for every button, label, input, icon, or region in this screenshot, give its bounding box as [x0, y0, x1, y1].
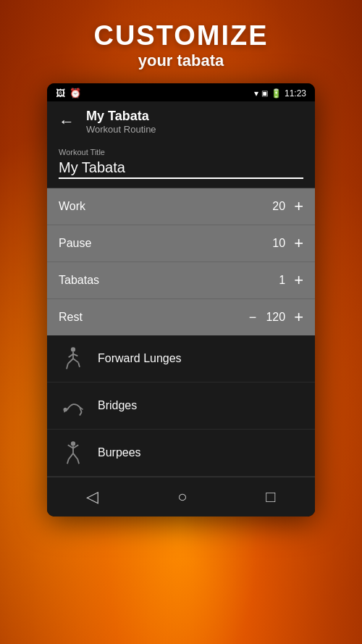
svg-line-6: [73, 359, 78, 362]
svg-line-7: [78, 362, 80, 367]
svg-line-18: [67, 459, 69, 464]
setting-row-tabatas: Tabatas 1 +: [47, 262, 315, 299]
phone-mockup: 🖼 ⏰ ▾ ▣ 🔋 11:23 ← My Tabata Workout Rout…: [47, 83, 315, 517]
app-bar-text: My Tabata Workout Routine: [86, 109, 156, 135]
exercise-row-burpees[interactable]: Burpees: [47, 430, 315, 477]
setting-value-work: 20: [265, 200, 285, 213]
signal-icon: ▣: [261, 89, 268, 97]
burpees-icon: [59, 438, 88, 467]
nav-home-button[interactable]: ○: [163, 485, 201, 509]
svg-line-19: [73, 453, 77, 459]
setting-control-work: 20 +: [265, 198, 303, 214]
lunges-icon: [59, 344, 88, 373]
settings-section: Work 20 + Pause 10 + Tabatas 1 + Rest: [47, 188, 315, 335]
setting-control-pause: 10 +: [265, 235, 303, 251]
app-bar: ← My Tabata Workout Routine: [47, 101, 315, 142]
setting-label-tabatas: Tabatas: [59, 274, 99, 287]
setting-control-rest: − 120 +: [249, 309, 303, 325]
increment-work-button[interactable]: +: [294, 198, 303, 214]
setting-control-tabatas: 1 +: [265, 272, 303, 288]
exercise-row-bridges[interactable]: Bridges: [47, 382, 315, 430]
nav-recents-button[interactable]: □: [251, 485, 290, 509]
setting-value-rest: 120: [265, 311, 285, 324]
decrement-rest-button[interactable]: −: [249, 311, 257, 324]
exercise-name-burpees: Burpees: [98, 446, 141, 459]
increment-pause-button[interactable]: +: [294, 235, 303, 251]
svg-point-0: [71, 347, 75, 351]
svg-point-13: [71, 441, 75, 446]
svg-line-17: [69, 453, 73, 459]
photo-icon: 🖼: [56, 88, 65, 99]
bridges-icon: [59, 391, 88, 420]
exercise-name-bridges: Bridges: [98, 399, 137, 412]
svg-line-5: [67, 364, 68, 369]
app-bar-subtitle: Workout Routine: [86, 124, 156, 135]
battery-icon: 🔋: [271, 88, 282, 99]
status-right: ▾ ▣ 🔋 11:23: [254, 88, 306, 99]
setting-label-work: Work: [59, 200, 85, 213]
status-bar: 🖼 ⏰ ▾ ▣ 🔋 11:23: [47, 83, 315, 101]
svg-line-2: [69, 354, 73, 358]
setting-row-pause: Pause 10 +: [47, 225, 315, 262]
exercise-name-lunges: Forward Lunges: [98, 352, 182, 365]
increment-rest-button[interactable]: +: [294, 309, 303, 325]
workout-title-section: Workout Title: [47, 142, 315, 188]
svg-line-3: [73, 354, 77, 356]
back-button[interactable]: ←: [59, 112, 75, 131]
setting-value-pause: 10: [265, 237, 285, 250]
setting-row-work: Work 20 +: [47, 188, 315, 225]
app-bar-title: My Tabata: [86, 109, 156, 124]
nav-back-button[interactable]: ◁: [72, 485, 113, 509]
exercise-row-lunges[interactable]: Forward Lunges: [47, 335, 315, 382]
setting-value-tabatas: 1: [265, 274, 285, 287]
setting-label-rest: Rest: [59, 311, 83, 324]
exercise-section: Forward Lunges: [47, 335, 315, 477]
time-display: 11:23: [285, 88, 306, 99]
increment-tabatas-button[interactable]: +: [294, 272, 303, 288]
svg-line-12: [80, 412, 82, 416]
status-left-icons: 🖼 ⏰: [56, 88, 81, 99]
hero-subtitle: your tabata: [0, 51, 362, 70]
setting-label-pause: Pause: [59, 237, 91, 250]
svg-line-4: [68, 359, 73, 364]
setting-row-rest: Rest − 120 +: [47, 299, 315, 335]
workout-title-label: Workout Title: [59, 148, 303, 156]
alarm-icon: ⏰: [70, 88, 81, 99]
workout-title-input[interactable]: [59, 159, 303, 179]
hero-title: CUSTOMIZE: [0, 20, 362, 51]
bottom-nav: ◁ ○ □: [47, 477, 315, 517]
wifi-icon: ▾: [254, 88, 258, 99]
svg-line-20: [77, 459, 79, 464]
hero-section: CUSTOMIZE your tabata: [0, 0, 362, 83]
